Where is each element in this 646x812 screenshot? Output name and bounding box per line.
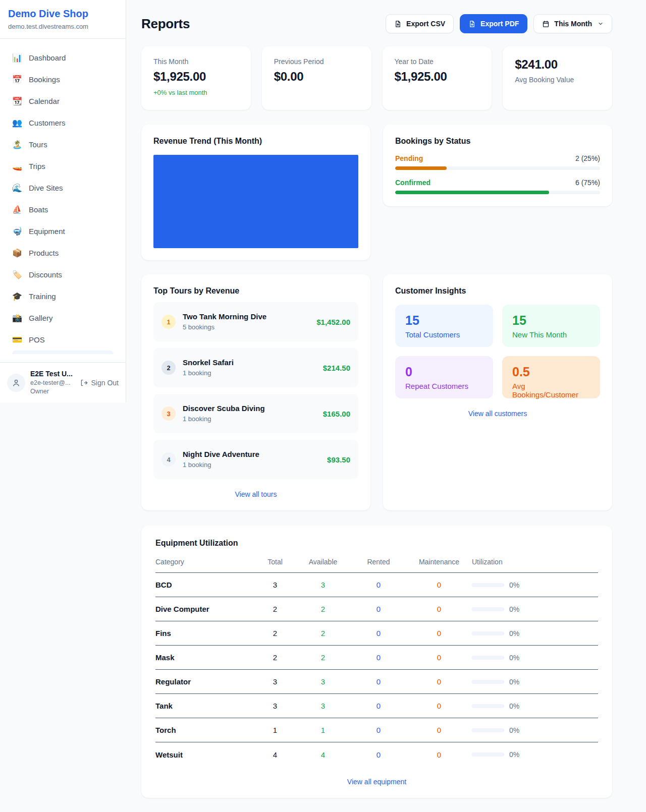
utilization-bar xyxy=(472,656,504,660)
stat-change-note: +0% vs last month xyxy=(153,89,239,96)
equipment-available: 1 xyxy=(295,726,351,734)
tour-list-item: 1 Two Tank Morning Dive 5 bookings $1,45… xyxy=(153,302,358,341)
chevron-down-icon xyxy=(598,21,604,27)
equipment-available: 4 xyxy=(295,750,351,759)
equipment-total: 2 xyxy=(255,653,295,662)
user-panel: E2E Test U... e2e-tester@... Owner Sign … xyxy=(0,362,126,402)
utilization-percent: 0% xyxy=(509,581,519,589)
sidebar-item-calendar[interactable]: 📆 Calendar xyxy=(6,90,120,112)
revenue-trend-chart xyxy=(153,155,358,248)
tour-name: Night Dive Adventure xyxy=(183,450,320,458)
stat-label: Avg Booking Value xyxy=(515,76,600,84)
tour-name: Discover Scuba Diving xyxy=(183,404,316,413)
rank-badge: 3 xyxy=(162,407,176,421)
view-all-equipment-link[interactable]: View all equipment xyxy=(155,778,598,786)
user-name: E2E Test U... xyxy=(30,369,75,379)
customer-insights-title: Customer Insights xyxy=(395,286,600,296)
column-header-rented: Rented xyxy=(351,558,406,566)
utilization-bar xyxy=(472,607,504,611)
table-row: Tank 3 3 0 0 0% xyxy=(155,694,598,718)
insight-value: 0.5 xyxy=(512,365,590,379)
insight-tile-avg-bookings: 0.5 Avg Bookings/Customer xyxy=(502,356,600,398)
sidebar-item-reports-partial[interactable] xyxy=(12,351,114,354)
stat-value: $0.00 xyxy=(274,70,359,84)
utilization-percent: 0% xyxy=(509,629,519,637)
user-info: E2E Test U... e2e-tester@... Owner xyxy=(30,369,75,396)
bookings-by-status-card: Bookings by Status Pending 2 (25%) Confi… xyxy=(383,125,612,206)
sidebar-item-label: Bookings xyxy=(29,75,60,84)
sidebar-item-dive-sites[interactable]: 🌊 Dive Sites xyxy=(6,177,120,199)
table-row: BCD 3 3 0 0 0% xyxy=(155,573,598,597)
insights-row: Top Tours by Revenue 1 Two Tank Morning … xyxy=(141,274,612,510)
view-all-customers-link[interactable]: View all customers xyxy=(395,410,600,418)
equipment-maintenance: 0 xyxy=(406,677,472,686)
table-row: Wetsuit 4 4 0 0 0% xyxy=(155,742,598,767)
user-email: e2e-tester@... xyxy=(30,379,75,387)
tour-revenue: $93.50 xyxy=(327,455,350,464)
sidebar-item-customers[interactable]: 👥 Customers xyxy=(6,112,120,134)
equipment-category: Mask xyxy=(155,653,255,662)
sidebar-item-training[interactable]: 🎓 Training xyxy=(6,285,120,307)
top-tours-title: Top Tours by Revenue xyxy=(153,286,358,296)
package-icon: 📦 xyxy=(12,248,22,258)
sidebar-item-label: Tours xyxy=(29,140,47,149)
tour-list-item: 4 Night Dive Adventure 1 booking $93.50 xyxy=(153,440,358,479)
view-all-tours-link[interactable]: View all tours xyxy=(153,490,358,498)
sidebar-item-label: Trips xyxy=(29,162,45,170)
table-row: Dive Computer 2 2 0 0 0% xyxy=(155,597,598,621)
tour-bookings: 1 booking xyxy=(183,461,211,469)
tour-bookings: 1 booking xyxy=(183,369,211,377)
sidebar-item-label: POS xyxy=(29,335,45,344)
insight-tiles: 15 Total Customers 15 New This Month 0 R… xyxy=(395,305,600,398)
sidebar-item-gallery[interactable]: 📸 Gallery xyxy=(6,307,120,329)
equipment-maintenance: 0 xyxy=(406,629,472,637)
progress-track xyxy=(395,166,600,170)
sidebar-item-equipment[interactable]: 🤿 Equipment xyxy=(6,220,120,242)
sidebar-item-tours[interactable]: 🏝️ Tours xyxy=(6,134,120,155)
equipment-available: 3 xyxy=(295,677,351,686)
sidebar-item-boats[interactable]: ⛵ Boats xyxy=(6,199,120,220)
equipment-total: 1 xyxy=(255,726,295,734)
sidebar-item-trips[interactable]: 🚤 Trips xyxy=(6,155,120,177)
rank-badge: 1 xyxy=(162,315,176,329)
period-selector-dropdown[interactable]: This Month xyxy=(533,14,612,33)
equipment-utilization-cell: 0% xyxy=(472,581,598,589)
tour-bookings: 1 booking xyxy=(183,415,211,423)
sidebar-item-label: Equipment xyxy=(29,227,65,236)
charts-row: Revenue Trend (This Month) Bookings by S… xyxy=(141,125,612,260)
utilization-percent: 0% xyxy=(509,654,519,662)
tour-list-item: 3 Discover Scuba Diving 1 booking $165.0… xyxy=(153,394,358,433)
equipment-rented: 0 xyxy=(351,702,406,710)
sailboat-icon: ⛵ xyxy=(12,205,22,214)
sidebar-item-discounts[interactable]: 🏷️ Discounts xyxy=(6,264,120,285)
sidebar-item-dashboard[interactable]: 📊 Dashboard xyxy=(6,47,120,69)
export-pdf-button[interactable]: Export PDF xyxy=(460,14,527,33)
user-role: Owner xyxy=(30,387,75,396)
sidebar-item-bookings[interactable]: 📅 Bookings xyxy=(6,69,120,90)
equipment-rented: 0 xyxy=(351,629,406,637)
utilization-percent: 0% xyxy=(509,726,519,734)
equipment-utilization-card: Equipment Utilization Category Total Ava… xyxy=(141,526,612,798)
equipment-rented: 0 xyxy=(351,653,406,662)
sidebar-item-products[interactable]: 📦 Products xyxy=(6,242,120,264)
equipment-total: 2 xyxy=(255,629,295,637)
insight-label: Repeat Customers xyxy=(405,382,483,390)
equipment-category: Tank xyxy=(155,702,255,710)
equipment-category: Fins xyxy=(155,629,255,637)
equipment-maintenance: 0 xyxy=(406,581,472,589)
export-csv-button[interactable]: Export CSV xyxy=(386,14,454,33)
utilization-bar xyxy=(472,704,504,708)
rank-badge: 4 xyxy=(162,452,176,467)
sidebar-item-pos[interactable]: 💳 POS xyxy=(6,329,120,351)
insight-label: Avg Bookings/Customer xyxy=(512,382,590,399)
sidebar-item-label: Products xyxy=(29,249,59,257)
calendar-icon xyxy=(542,20,550,28)
sign-out-button[interactable]: Sign Out xyxy=(80,379,119,387)
equipment-available: 2 xyxy=(295,605,351,613)
export-csv-label: Export CSV xyxy=(406,20,445,28)
sidebar-item-label: Dashboard xyxy=(29,53,66,62)
tour-name: Snorkel Safari xyxy=(183,358,316,367)
insight-tile-repeat-customers: 0 Repeat Customers xyxy=(395,356,493,398)
insight-value: 15 xyxy=(512,313,590,328)
status-count: 6 (75%) xyxy=(575,179,600,187)
